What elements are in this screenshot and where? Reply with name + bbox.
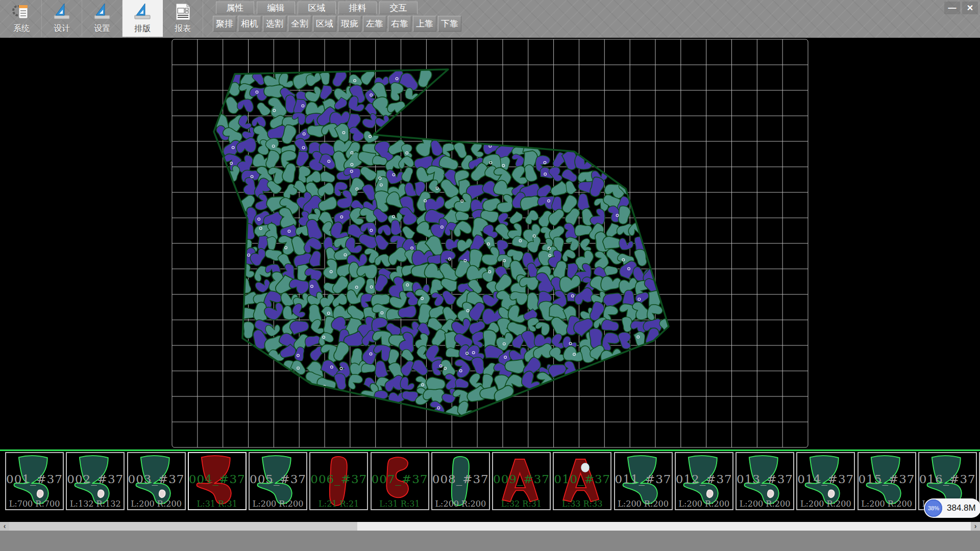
piece-name: 004_#37 [189,472,246,486]
tool-button-2[interactable]: 相机 [238,16,261,32]
piece-lr-count: L:200 R:200 [128,499,185,509]
nav-label: 设置 [94,23,110,34]
nav-icon-bar: 系统 设计 [2,0,203,37]
piece-lr-count: L:33 R:33 [554,499,610,509]
piece-lr-count: L:200 R:200 [676,499,732,509]
nav-item-nesting[interactable]: 排版 [122,0,163,37]
piece-lr-count: L:700 R:700 [6,499,63,509]
nesting-svg [0,38,980,449]
nav-label: 排版 [134,23,151,34]
scroll-right-button[interactable]: › [971,522,980,531]
app-window: 系统 设计 [0,0,980,551]
piece-cell-003_#37[interactable]: 003_#37L:200 R:200 [127,452,186,510]
nav-label: 报表 [175,23,191,34]
strip-divider-line [0,449,980,451]
nesting-canvas[interactable] [0,38,980,449]
piece-name: 005_#37 [250,472,306,486]
piece-strip: 001_#37L:700 R:700002_#37L:132 R:132003_… [0,452,980,512]
menu-tab-5[interactable]: 交互 [379,2,418,14]
nav-label: 设计 [54,23,70,34]
piece-lr-count: L:200 R:200 [250,499,306,509]
piece-name: 016_#37 [919,472,976,486]
report-icon [173,2,193,22]
piece-cell-014_#37[interactable]: 014_#37L:200 R:200 [796,452,855,510]
piece-name: 015_#37 [859,472,915,486]
system-gear-icon [11,2,32,22]
progress-percent: 38% [928,505,939,511]
menu-tab-1[interactable]: 属性 [216,2,254,14]
tool-button-8[interactable]: 右靠 [388,16,411,32]
piece-name: 009_#37 [493,472,550,486]
nav-item-report[interactable]: 报表 [163,0,203,37]
piece-cell-001_#37[interactable]: 001_#37L:700 R:700 [5,452,64,510]
piece-cell-012_#37[interactable]: 012_#37L:200 R:200 [675,452,733,510]
piece-lr-count: L:21 R:21 [310,499,367,509]
tool-button-6[interactable]: 瑕疵 [338,16,361,32]
piece-name: 010_#37 [554,472,610,486]
piece-name: 013_#37 [737,472,793,486]
piece-cell-010_#37[interactable]: 010_#37L:33 R:33 [553,452,611,510]
piece-name: 008_#37 [432,472,489,486]
tool-button-9[interactable]: 上靠 [413,16,436,32]
piece-name: 007_#37 [372,472,428,486]
menu-tab-bar: 属性编辑区域排料交互 [216,2,418,14]
piece-lr-count: L:31 R:31 [189,499,246,509]
piece-name: 001_#37 [6,472,63,486]
piece-lr-count: L:200 R:200 [797,499,854,509]
piece-name: 006_#37 [310,472,367,486]
status-bar [0,531,980,551]
nav-item-design[interactable]: 设计 [42,0,82,37]
piece-lr-count: L:32 R:31 [493,499,550,509]
piece-lr-count: L:200 R:200 [615,499,672,509]
window-controls: — ✕ [944,2,978,14]
piece-name: 014_#37 [797,472,854,486]
piece-lr-count: L:200 R:200 [859,499,915,509]
piece-lr-count: L:200 R:200 [432,499,489,509]
tool-button-1[interactable]: 聚排 [213,16,236,32]
piece-lr-count: L:31 R:31 [372,499,428,509]
piece-cell-007_#37[interactable]: 007_#37L:31 R:31 [371,452,429,510]
set-square-icon [52,2,72,22]
tool-button-4[interactable]: 全割 [288,16,311,32]
tool-button-5[interactable]: 区域 [313,16,336,32]
piece-name: 002_#37 [67,472,124,486]
set-square-icon [132,2,153,22]
piece-cell-005_#37[interactable]: 005_#37L:200 R:200 [249,452,307,510]
nav-item-system[interactable]: 系统 [2,0,42,37]
set-square-icon [92,2,112,22]
tool-button-10[interactable]: 下靠 [438,16,461,32]
minimize-button[interactable]: — [944,2,960,14]
piece-cell-002_#37[interactable]: 002_#37L:132 R:132 [66,452,125,510]
piece-name: 012_#37 [676,472,732,486]
nav-label: 系统 [13,23,30,34]
scroll-left-button[interactable]: ‹ [0,522,9,531]
toolbar: 系统 设计 [0,0,980,38]
menu-tab-3[interactable]: 区域 [298,2,336,14]
piece-cell-008_#37[interactable]: 008_#37L:200 R:200 [431,452,490,510]
tool-button-3[interactable]: 选割 [263,16,286,32]
horizontal-scrollbar[interactable]: ‹ › [0,522,980,531]
piece-cell-006_#37[interactable]: 006_#37L:21 R:21 [309,452,368,510]
piece-cell-015_#37[interactable]: 015_#37L:200 R:200 [857,452,916,510]
nav-item-settings[interactable]: 设置 [82,0,122,37]
piece-lr-count: L:200 R:200 [737,499,793,509]
piece-lr-count: L:132 R:132 [67,499,124,509]
piece-name: 003_#37 [128,472,185,486]
tool-button-bar: 聚排相机选割全割区域瑕疵左靠右靠上靠下靠 [213,16,461,32]
piece-cell-004_#37[interactable]: 004_#37L:31 R:31 [188,452,247,510]
menu-tab-4[interactable]: 排料 [338,2,377,14]
memory-value: 384.8M [947,498,976,518]
piece-cell-009_#37[interactable]: 009_#37L:32 R:31 [492,452,551,510]
scrollbar-thumb[interactable] [357,522,971,531]
close-button[interactable]: ✕ [962,2,978,14]
memory-badge: 38% 384.8M [924,498,980,518]
piece-cell-011_#37[interactable]: 011_#37L:200 R:200 [614,452,673,510]
tool-button-7[interactable]: 左靠 [363,16,386,32]
progress-circle: 38% [925,499,942,517]
piece-name: 011_#37 [615,472,672,486]
piece-cell-013_#37[interactable]: 013_#37L:200 R:200 [736,452,794,510]
menu-tab-2[interactable]: 编辑 [257,2,295,14]
